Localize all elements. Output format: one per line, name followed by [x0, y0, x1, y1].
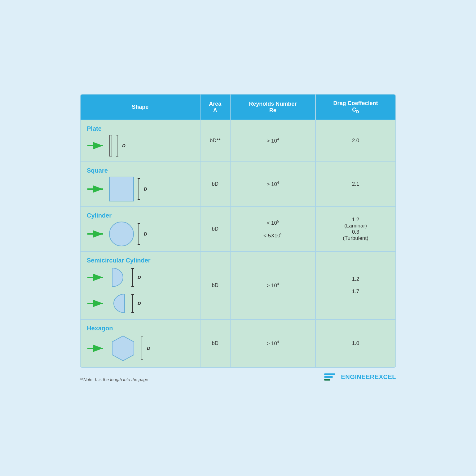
reynolds-cell-plate: > 104	[230, 120, 315, 162]
plate-diagram: D	[87, 135, 194, 156]
shape-cell-plate: Plate	[81, 120, 200, 162]
shape-cell-square: Square	[81, 162, 200, 207]
cd-cell-cylinder: 1.2(Laminar)0.3(Turbulent)	[315, 207, 395, 252]
square-dim-label: D	[144, 186, 147, 192]
plate-arrow-icon	[87, 142, 105, 149]
shape-header-label: Shape	[132, 104, 148, 110]
brand-logo-icon	[324, 372, 338, 382]
area-cell-semicircle: bD	[200, 252, 230, 320]
table-row-square: Square	[81, 162, 395, 207]
hexagon-name: Hexagon	[87, 325, 194, 332]
col-header-shape: Shape	[81, 95, 200, 120]
cylinder-name: Cylinder	[87, 212, 194, 219]
table-row-semicircle: Semicircular Cylinder	[81, 252, 395, 320]
semicircle-arrow2-icon	[87, 300, 105, 307]
semicircle2-dim-label: D	[138, 301, 141, 306]
cd-cell-semicircle: 1.21.7	[315, 252, 395, 320]
table-row-cylinder: Cylinder	[81, 207, 395, 252]
cylinder-arrow-icon	[87, 230, 105, 238]
hexagon-arrow-icon	[87, 345, 105, 352]
shape-cell-cylinder: Cylinder	[81, 207, 200, 252]
cd-header-label2: CD	[352, 107, 359, 113]
col-header-reynolds: Reynolds Number Re	[230, 95, 315, 120]
plate-shape-icon	[109, 135, 112, 156]
reynolds-header-label1: Reynolds Number	[249, 101, 297, 107]
hexagon-dimension	[141, 337, 143, 360]
brand-name: ENGINEEREXCEL	[341, 373, 396, 381]
semicircle1-dim-label: D	[138, 275, 141, 280]
shape-cell-hexagon: Hexagon	[81, 320, 200, 367]
plate-name: Plate	[87, 125, 194, 132]
table-row-hexagon: Hexagon	[81, 320, 395, 367]
semicircle2-dimension	[131, 294, 134, 313]
cd-cell-plate: 2.0	[315, 120, 395, 162]
cd-cell-square: 2.1	[315, 162, 395, 207]
footer: **Note: b is the length into the page EN…	[80, 372, 396, 382]
area-header-label1: Area	[209, 101, 221, 107]
area-cell-cylinder: bD	[200, 207, 230, 252]
svg-rect-15	[324, 373, 335, 375]
reynolds-cell-cylinder: < 105< 5X105	[230, 207, 315, 252]
plate-dim-label: D	[122, 143, 126, 148]
semicircle-arrow1-icon	[87, 274, 105, 281]
svg-marker-14	[112, 336, 134, 361]
reynolds-cell-hexagon: > 104	[230, 320, 315, 367]
brand-logo-area: ENGINEEREXCEL	[324, 372, 396, 382]
hexagon-shape-icon	[109, 334, 137, 362]
square-diagram: D	[87, 177, 194, 201]
cylinder-shape-icon	[109, 222, 134, 246]
shape-cell-semicircle: Semicircular Cylinder	[81, 252, 200, 320]
cd-header-label1: Drag Coeffecient	[333, 100, 378, 106]
svg-rect-16	[324, 376, 333, 378]
plate-dimension	[116, 135, 118, 156]
semicircle-name: Semicircular Cylinder	[87, 257, 194, 264]
brand-name-part1: ENGINEER	[341, 373, 374, 380]
col-header-area: Area A	[200, 95, 230, 120]
reynolds-cell-semicircle: > 104	[230, 252, 315, 320]
semicircle1-dimension	[131, 268, 134, 287]
reynolds-header-label2: Re	[269, 107, 276, 113]
cylinder-dim-label: D	[144, 231, 147, 236]
table-row-plate: Plate	[81, 120, 395, 162]
square-shape-icon	[109, 177, 134, 201]
hexagon-dim-label: D	[147, 346, 150, 351]
drag-coefficient-table: Shape Area A Reynolds Number Re Drag Coe…	[81, 95, 395, 367]
table-wrapper: Shape Area A Reynolds Number Re Drag Coe…	[80, 94, 396, 368]
area-cell-square: bD	[200, 162, 230, 207]
area-cell-hexagon: bD	[200, 320, 230, 367]
col-header-cd: Drag Coeffecient CD	[315, 95, 395, 120]
reynolds-cell-square: > 104	[230, 162, 315, 207]
hexagon-diagram: D	[87, 334, 194, 362]
brand-name-part2: EXCEL	[375, 373, 396, 380]
square-dimension	[138, 178, 140, 200]
footnote: **Note: b is the length into the page	[80, 377, 148, 382]
square-arrow-icon	[87, 185, 105, 193]
semicircle-shape2-icon	[109, 293, 128, 314]
semicircle-diagram: D	[87, 267, 194, 314]
area-cell-plate: bD**	[200, 120, 230, 162]
square-name: Square	[87, 167, 194, 174]
cylinder-dimension	[138, 223, 140, 245]
cylinder-diagram: D	[87, 222, 194, 246]
cd-cell-hexagon: 1.0	[315, 320, 395, 367]
main-container: Shape Area A Reynolds Number Re Drag Coe…	[71, 85, 405, 391]
area-header-label2: A	[213, 107, 217, 113]
semicircle-shape1-icon	[109, 267, 128, 288]
svg-rect-17	[324, 379, 330, 381]
